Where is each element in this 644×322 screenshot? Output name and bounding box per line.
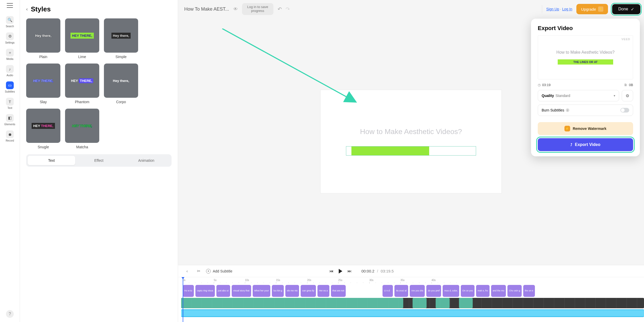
subtitle-clip[interactable]: do you pref [426, 285, 441, 297]
subtitle-clip[interactable]: that are not [331, 285, 346, 297]
current-time: 00:00.2 [362, 269, 374, 273]
subtitle-clip[interactable]: just abo ut [216, 285, 230, 297]
style-simple[interactable]: Hey there,Simple [104, 18, 138, 59]
total-duration: 03:19.5 [381, 269, 394, 273]
undo-button[interactable]: ↶ [278, 6, 282, 12]
tab-effect[interactable]: Effect [75, 156, 123, 165]
playhead[interactable] [183, 277, 183, 322]
plus-icon: ＋ [6, 49, 14, 57]
subtitle-clip[interactable]: ele me nts [285, 285, 299, 297]
nav-media[interactable]: ＋Media [0, 49, 20, 60]
hamburger-menu[interactable] [7, 3, 13, 8]
style-matcha[interactable]: HEY THERE,Matcha [65, 109, 99, 149]
split-button[interactable]: ✂ [195, 267, 202, 275]
style-thumb: Hey there, [104, 18, 138, 53]
rewind-button[interactable]: ⏮ [329, 269, 334, 274]
watermark-brand: VEED [621, 38, 630, 41]
quality-select[interactable]: Quality Standard ▾ [538, 90, 619, 101]
subtitle-clip[interactable]: and the mu [491, 285, 506, 297]
nav-text[interactable]: TText [0, 98, 20, 109]
audio-track[interactable] [181, 309, 644, 317]
project-title[interactable]: How To Make AEST... [184, 6, 229, 12]
burn-subtitles-toggle[interactable] [620, 108, 629, 113]
remove-watermark-label: Remove Watermark [573, 127, 606, 131]
nav-label: Audio [6, 74, 13, 77]
subtitle-clip[interactable]: Are you dra [410, 285, 425, 297]
subtitle-track[interactable]: Ho w tocaptu ring visuajust abo utvisual… [181, 285, 644, 297]
subtitles-icon: ▭ [6, 81, 14, 89]
export-title: Export Video [538, 25, 633, 32]
export-popover: Export Video VEED How to Make Aesthetic … [531, 19, 640, 156]
subtitle-clip[interactable]: Her es a [317, 285, 329, 297]
signup-link[interactable]: Sign Up [546, 7, 559, 11]
subtitle-clip[interactable]: captu ring visua [195, 285, 215, 297]
nav-record[interactable]: ⏺Record [0, 130, 20, 142]
bolt-icon: ⚡ [598, 6, 603, 12]
help-button[interactable]: ? [6, 310, 14, 318]
style-name: Matcha [76, 145, 88, 149]
shapes-icon: ◧ [6, 114, 14, 122]
style-lime[interactable]: HEY THERE,Lime [65, 18, 99, 59]
subtitle-clip[interactable]: U n d [383, 285, 393, 297]
style-thumb: HEY THERE, [26, 64, 60, 98]
nav-elements[interactable]: ◧Elements [0, 114, 20, 126]
subtitle-clip[interactable]: On ce you [461, 285, 475, 297]
subtitle-clip[interactable]: visual story that [232, 285, 251, 297]
remove-watermark-button[interactable]: ⚡ Remove Watermark [538, 122, 633, 135]
subtitle-clip[interactable]: loo kin g [272, 285, 284, 297]
quality-settings-button[interactable]: ⚙ [622, 90, 633, 101]
video-track[interactable] [181, 298, 644, 308]
nav-search[interactable]: 🔍Search [0, 16, 20, 28]
subtitle-clip[interactable]: Whet her your [253, 285, 271, 297]
divider [542, 5, 542, 13]
upload-icon: ⤴ [570, 143, 572, 147]
export-video-button[interactable]: ⤴ Export Video [538, 138, 633, 151]
subtitle-clip[interactable]: the on e [523, 285, 535, 297]
subtitle-clip[interactable]: moo d, color, [443, 285, 459, 297]
play-button[interactable] [339, 269, 342, 274]
style-phantom[interactable]: HEY THERE,Phantom [65, 64, 99, 104]
visibility-icon[interactable]: 👁 [233, 6, 238, 12]
subtitle-clip[interactable]: Ho w to [183, 285, 194, 297]
text-icon: T [6, 98, 14, 106]
video-canvas[interactable]: How to Make Aesthetic Videos? [320, 90, 502, 193]
info-icon[interactable]: i [566, 108, 569, 112]
back-button[interactable]: ‹ [26, 6, 28, 12]
style-plain[interactable]: Hey there,Plain [26, 18, 60, 59]
progress-frame [346, 146, 476, 156]
forward-button[interactable]: ⏭ [348, 269, 352, 274]
style-corpo[interactable]: Hey there,Corpo [104, 64, 138, 104]
style-snugle[interactable]: HEY THERE,Snugle [26, 109, 60, 149]
quality-label: Quality [542, 94, 554, 98]
nav-label: Search [6, 25, 14, 28]
upgrade-button[interactable]: Upgrade ⚡ [576, 4, 608, 14]
style-thumb: HEY THERE, [65, 64, 99, 98]
camera-icon: ⏺ [6, 130, 14, 138]
login-line1: Log in to save [247, 5, 268, 9]
export-duration: 03:19 [542, 83, 551, 87]
subtitle-clip[interactable]: Cho osin g [507, 285, 522, 297]
tab-animation[interactable]: Animation [123, 156, 170, 165]
redo-button[interactable]: ↷ [286, 6, 290, 12]
subtitle-clip[interactable]: Its cruci al [394, 285, 408, 297]
style-name: Slay [40, 100, 47, 104]
time-ruler[interactable]: 0s5s10s15s20s25s30s35s40s [181, 279, 644, 284]
done-label: Done [618, 7, 628, 11]
upgrade-label: Upgrade [581, 7, 596, 11]
done-button[interactable]: Done ✓ [612, 4, 640, 14]
nav-settings[interactable]: ⚙Settings [0, 32, 20, 44]
sliders-icon: ⚙ [626, 93, 629, 98]
tl-back-button[interactable]: ‹ [183, 267, 191, 275]
style-thumb: HEY THERE, [65, 18, 99, 53]
nav-audio[interactable]: ♪Audio [0, 65, 20, 77]
export-video-label: Export Video [575, 142, 600, 147]
subtitle-clip[interactable]: can grea tly [301, 285, 316, 297]
tab-text[interactable]: Text [28, 156, 75, 165]
login-to-save[interactable]: Log in to save progress [242, 3, 273, 15]
nav-label: Text [8, 107, 12, 109]
login-link[interactable]: Log In [562, 7, 572, 11]
nav-subtitles[interactable]: ▭Subtitles [0, 81, 20, 93]
style-slay[interactable]: HEY THERE,Slay [26, 64, 60, 104]
subtitle-clip[interactable]: mak e, fro [476, 285, 490, 297]
add-subtitle-button[interactable]: + Add Subtitle [206, 269, 232, 274]
